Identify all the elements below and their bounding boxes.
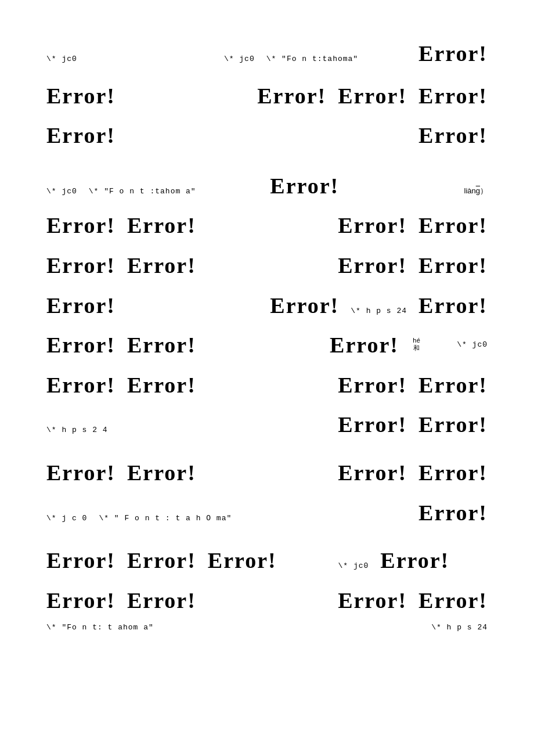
- error-40: Error!: [338, 582, 407, 620]
- error-39: Error!: [127, 582, 196, 620]
- error-35: Error!: [127, 542, 196, 579]
- code-font-tahoma-1: \* "Fo n t:tahoma": [266, 53, 358, 66]
- error-38: Error!: [46, 582, 116, 620]
- row-10: \* h p s 2 4 Error! Error!: [46, 406, 488, 444]
- code-jc0-5: \* j c 0: [46, 512, 87, 525]
- error-7: Error!: [418, 117, 488, 154]
- error-29: Error!: [46, 454, 116, 492]
- error-30: Error!: [127, 454, 196, 492]
- code-jc0-6: \* jc0: [338, 560, 369, 573]
- error-5: Error!: [418, 77, 488, 115]
- error-25: Error!: [338, 366, 407, 404]
- code-font-tahoma-2: \* "F o n t :tahom a": [89, 185, 196, 198]
- page-content: \* jc0 \* jc0 \* "Fo n t:tahoma" Error! …: [46, 35, 488, 634]
- code-hps24-1: \* h p s 24: [351, 305, 407, 318]
- error-18: Error!: [270, 287, 339, 325]
- error-32: Error!: [418, 454, 488, 492]
- error-4: Error!: [338, 77, 407, 115]
- error-16: Error!: [418, 247, 488, 285]
- code-jc0-3: \* jc0: [46, 185, 77, 198]
- chinese-he-pinyin: hé: [413, 337, 420, 345]
- code-hps24-3: \* h p s 24: [431, 621, 488, 634]
- error-6: Error!: [46, 117, 116, 154]
- row-12: \* j c 0 \* " F o n t : t a h O ma" Erro…: [46, 494, 488, 532]
- error-9: Error!: [46, 207, 116, 244]
- row-14: Error! Error! Error! Error!: [46, 582, 488, 620]
- error-19: Error!: [418, 287, 488, 325]
- error-21: Error!: [127, 326, 196, 364]
- code-jc0-4: \* jc0: [457, 339, 488, 351]
- error-28: Error!: [418, 406, 488, 444]
- error-2: Error!: [46, 77, 116, 115]
- error-34: Error!: [46, 542, 116, 579]
- error-24: Error!: [127, 366, 196, 404]
- row-6: Error! Error! Error! Error!: [46, 247, 488, 285]
- row-9: Error! Error! Error! Error!: [46, 366, 488, 404]
- error-15: Error!: [338, 247, 407, 285]
- error-37: Error!: [380, 542, 449, 579]
- error-23: Error!: [46, 366, 116, 404]
- error-26: Error!: [418, 366, 488, 404]
- error-14: Error!: [127, 247, 196, 285]
- error-17: Error!: [46, 287, 116, 325]
- row-4: \* jc0 \* "F o n t :tahom a" Error! liàn…: [46, 167, 488, 205]
- error-20: Error!: [46, 326, 116, 364]
- code-jc0-1: \* jc0: [46, 53, 77, 66]
- chinese-he: hé 和: [413, 337, 420, 352]
- row-11: Error! Error! Error! Error!: [46, 454, 488, 492]
- row-1: \* jc0 \* jc0 \* "Fo n t:tahoma" Error!: [46, 35, 488, 73]
- error-1: Error!: [418, 35, 488, 73]
- code-jc0-2: \* jc0: [224, 53, 255, 66]
- error-12: Error!: [418, 207, 488, 244]
- error-3: Error!: [257, 77, 326, 115]
- row-13: Error! Error! Error! \* jc0 Error!: [46, 542, 488, 579]
- row-7: Error! Error! \* h p s 24 Error!: [46, 287, 488, 325]
- error-10: Error!: [127, 207, 196, 244]
- chinese-he-char: 和: [413, 345, 420, 352]
- error-8: Error!: [270, 167, 339, 205]
- row-15: \* "Fo n t: t ahom a" \* h p s 24: [46, 621, 488, 634]
- code-font-tahoma-4: \* "Fo n t: t ahom a": [46, 621, 154, 634]
- error-33: Error!: [418, 494, 488, 532]
- row-8: Error! Error! Error! hé 和 \* jc0: [46, 326, 488, 364]
- chinese-liang: liàng）: [464, 185, 488, 197]
- code-font-tahoma-3: \* " F o n t : t a h O ma": [99, 512, 232, 525]
- error-31: Error!: [338, 454, 407, 492]
- error-27: Error!: [338, 406, 407, 444]
- error-11: Error!: [338, 207, 407, 244]
- error-22: Error!: [330, 326, 399, 364]
- row-2: Error! Error! Error! Error!: [46, 77, 488, 115]
- error-13: Error!: [46, 247, 116, 285]
- code-hps24-2: \* h p s 2 4: [46, 424, 108, 437]
- row-5: Error! Error! Error! Error!: [46, 207, 488, 244]
- error-36: Error!: [208, 542, 277, 579]
- row-3: Error! Error!: [46, 117, 488, 154]
- error-41: Error!: [418, 582, 488, 620]
